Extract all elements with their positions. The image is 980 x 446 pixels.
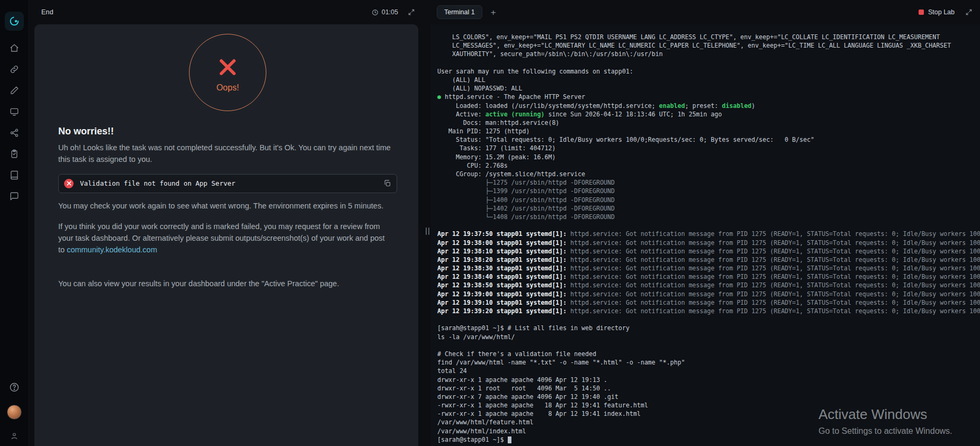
terminal-line: /var/www/html/index.html — [437, 427, 980, 435]
terminal-line: ● httpd.service - The Apache HTTP Server — [437, 93, 980, 101]
terminal-line: Apr 12 19:39:10 stapp01 systemd[1]: http… — [437, 298, 980, 307]
oops-label: Oops! — [217, 83, 239, 93]
terminal-line: -rwxr-xr-x 1 apache apache 8 Apr 12 19:4… — [437, 409, 980, 418]
sidebar-item-user[interactable] — [7, 431, 22, 441]
tab-end[interactable]: End — [41, 8, 53, 16]
lab-panel: End 01:05 Oops! No worries!! Uh oh! Look… — [28, 0, 424, 446]
terminal-line — [437, 221, 980, 230]
stop-icon — [919, 10, 924, 15]
sidebar-nav — [7, 43, 22, 201]
terminal-line: [sarah@stapp01 ~]$ — [437, 435, 980, 444]
oops-badge: Oops! — [189, 34, 266, 111]
lab-panel-topbar-right: 01:05 — [372, 0, 415, 24]
terminal-line: (ALL) ALL — [437, 76, 980, 84]
sidebar-item-docs[interactable] — [7, 170, 22, 180]
result-card: Oops! No worries!! Uh oh! Looks like the… — [34, 24, 418, 446]
failure-description: Uh oh! Looks like the task was not compl… — [58, 142, 397, 166]
pen-icon — [10, 86, 19, 95]
error-message: Validation file not found on App Server — [80, 179, 383, 187]
terminal-line: CPU: 2.768s — [437, 161, 980, 170]
terminal-line: CGroup: /system.slice/httpd.service — [437, 170, 980, 178]
clipboard-icon — [10, 149, 19, 159]
terminal-panel: Terminal 1 + Stop Lab LS_COLORS", env_ke… — [431, 0, 980, 446]
terminal-line: (ALL) NOPASSWD: ALL — [437, 84, 980, 93]
user-avatar[interactable] — [7, 405, 22, 420]
stop-lab-button[interactable]: Stop Lab — [919, 8, 955, 16]
panel-resize-divider[interactable] — [424, 0, 431, 446]
terminal-line — [437, 341, 980, 350]
recheck-note: You may check your work again to see wha… — [58, 201, 397, 212]
terminal-line: -rwxr-xr-x 1 apache apache 18 Apr 12 19:… — [437, 401, 980, 409]
error-x-icon — [64, 179, 74, 188]
copy-icon — [383, 179, 391, 187]
monitor-icon — [10, 107, 19, 116]
terminal-line: # Check if there's a validation file nee… — [437, 350, 980, 358]
terminal-line: Active: active (running) since Sun 2026-… — [437, 110, 980, 119]
dashboard-note: You can also view your results in your d… — [58, 278, 397, 290]
terminal-line — [437, 315, 980, 324]
user-icon — [10, 432, 19, 440]
terminal-topbar: Terminal 1 + Stop Lab — [431, 0, 980, 24]
terminal-line: Apr 12 19:38:00 stapp01 systemd[1]: http… — [437, 239, 980, 247]
terminal-line: ├─1402 /usr/sbin/httpd -DFOREGROUND — [437, 204, 980, 213]
lab-panel-topbar: End 01:05 — [28, 0, 424, 24]
expand-icon — [965, 8, 973, 16]
community-link[interactable]: community.kodekloud.com — [67, 245, 157, 254]
terminal-line: Apr 12 19:38:50 stapp01 systemd[1]: http… — [437, 281, 980, 289]
expand-terminal-button[interactable] — [965, 8, 973, 16]
terminal-line: Apr 12 19:39:00 stapp01 systemd[1]: http… — [437, 290, 980, 298]
terminal-line: Tasks: 177 (limit: 404712) — [437, 144, 980, 152]
chat-icon — [10, 192, 19, 201]
timer-value: 01:05 — [382, 8, 398, 16]
terminal-topbar-right: Stop Lab — [919, 0, 973, 24]
link-icon — [10, 65, 19, 74]
sidebar-item-tasks[interactable] — [7, 149, 22, 159]
sidebar-item-labs[interactable] — [7, 107, 22, 116]
sidebar-bottom — [0, 383, 28, 442]
terminal-line: LC_MESSAGES", env_keep+="LC_MONETARY LC_… — [437, 41, 980, 50]
terminal-line: Apr 12 19:39:20 stapp01 systemd[1]: http… — [437, 307, 980, 315]
review-instructions: If you think you did your work correctly… — [58, 221, 389, 256]
help-icon — [9, 382, 20, 393]
sidebar-item-logo[interactable] — [5, 12, 24, 31]
terminal-line: find /var/www/html -name "*.txt" -o -nam… — [437, 358, 980, 367]
sidebar-item-help[interactable] — [7, 383, 22, 392]
clock-icon — [372, 9, 379, 16]
terminal-line: Status: "Total requests: 0; Idle/Busy wo… — [437, 135, 980, 144]
app-sidebar — [0, 0, 28, 446]
sidebar-item-editor[interactable] — [7, 86, 22, 95]
terminal-line: drwxr-xr-x 7 apache apache 4096 Apr 12 1… — [437, 393, 980, 401]
failed-x-icon — [216, 56, 239, 79]
tab-terminal-1[interactable]: Terminal 1 — [437, 5, 482, 19]
sidebar-item-chat[interactable] — [7, 192, 22, 201]
terminal-line: ├─1275 /usr/sbin/httpd -DFOREGROUND — [437, 178, 980, 187]
sidebar-item-share[interactable] — [7, 128, 22, 138]
copy-error-button[interactable] — [383, 179, 391, 187]
terminal-line: User sarah may run the following command… — [437, 67, 980, 76]
terminal-cursor — [508, 436, 511, 443]
terminal-line: LS_COLORS", env_keep+="MAIL PS1 PS2 QTDI… — [437, 33, 980, 41]
terminal[interactable]: LS_COLORS", env_keep+="MAIL PS1 PS2 QTDI… — [431, 24, 980, 446]
terminal-line: Memory: 15.2M (peak: 16.6M) — [437, 153, 980, 161]
lab-timer: 01:05 — [372, 8, 398, 16]
home-icon — [10, 43, 19, 53]
book-icon — [10, 170, 19, 180]
terminal-line: /var/www/html/feature.html — [437, 418, 980, 426]
sidebar-item-home[interactable] — [7, 43, 22, 53]
expand-panel-button[interactable] — [408, 8, 415, 16]
validation-error: Validation file not found on App Server — [58, 174, 397, 193]
sidebar-item-connections[interactable] — [7, 65, 22, 74]
terminal-line: [sarah@stapp01 ~]$ # List all files in w… — [437, 324, 980, 332]
stop-lab-label: Stop Lab — [928, 8, 955, 16]
terminal-line: Apr 12 19:38:10 stapp01 systemd[1]: http… — [437, 247, 980, 256]
terminal-line: ├─1400 /usr/sbin/httpd -DFOREGROUND — [437, 196, 980, 204]
lab-window: End 01:05 Oops! No worries!! Uh oh! Look… — [0, 0, 980, 446]
page-title: No worries!! — [58, 126, 397, 137]
terminal-line: total 24 — [437, 367, 980, 375]
terminal-line: ├─1399 /usr/sbin/httpd -DFOREGROUND — [437, 187, 980, 195]
terminal-line: Apr 12 19:37:50 stapp01 systemd[1]: http… — [437, 230, 980, 238]
terminal-line: Docs: man:httpd.service(8) — [437, 119, 980, 127]
terminal-line — [437, 59, 980, 67]
new-terminal-button[interactable]: + — [491, 8, 496, 17]
terminal-line: XAUTHORITY", secure_path=/sbin\:/bin\:/u… — [437, 50, 980, 58]
